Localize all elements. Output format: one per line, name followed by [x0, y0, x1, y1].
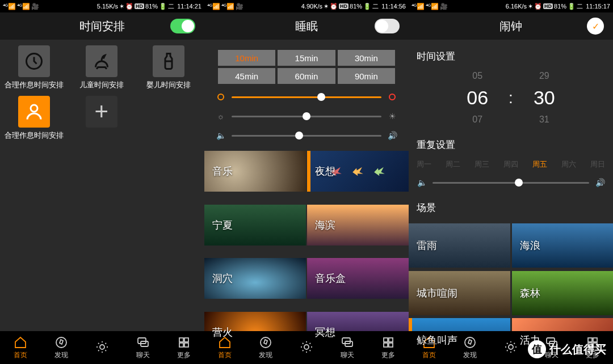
schedule-item-label: 合理作息时间安排: [3, 131, 65, 141]
nav-compass[interactable]: 发现: [463, 336, 477, 360]
alarm-volume-row: 🔈 🔊: [417, 175, 605, 190]
sound-tile[interactable]: 海滨: [307, 205, 409, 246]
brightness-slider[interactable]: [232, 116, 381, 117]
section-scene-title: 场景: [417, 201, 605, 214]
nav-label: 聊天: [341, 350, 354, 360]
brightness-low-icon: ☼: [216, 111, 226, 121]
picker-colon: :: [509, 89, 513, 107]
sound-tile[interactable]: 音乐: [204, 151, 306, 192]
plus-icon: +: [86, 96, 117, 128]
svg-rect-9: [184, 343, 188, 347]
svg-point-2: [56, 337, 66, 348]
alarm-volume-slider[interactable]: [433, 182, 589, 184]
page-title: 时间安排: [79, 19, 125, 34]
svg-point-1: [31, 105, 37, 112]
schedule-grid: 合理作息时间安排儿童时间安排婴儿时间安排合理作息时间安排+: [0, 40, 204, 146]
nav-label: 首页: [422, 350, 436, 360]
watermark-badge-icon: 值: [528, 340, 546, 358]
day-option[interactable]: 周五: [532, 159, 547, 170]
svg-rect-17: [389, 343, 393, 347]
duration-button[interactable]: 90min: [338, 68, 395, 84]
sleep-toggle[interactable]: [375, 19, 400, 33]
duration-grid: 10min15min30min45min60min90min: [218, 50, 395, 84]
nav-sun[interactable]: [300, 340, 313, 355]
svg-rect-16: [384, 343, 388, 347]
schedule-toggle[interactable]: [170, 19, 195, 33]
day-option[interactable]: 周六: [561, 159, 576, 170]
schedule-item[interactable]: 合理作息时间安排: [3, 96, 65, 141]
sound-tile[interactable]: 音乐盒: [307, 258, 409, 299]
day-option[interactable]: 周一: [417, 159, 431, 170]
clock-icon: [18, 45, 50, 77]
day-option[interactable]: 周二: [446, 159, 460, 170]
status-bar: ⁴ᴳ📶⁴ᴳ📶🎥 6.16K/s ✶⏰HD 81%🔋 二 11:15:17: [409, 0, 613, 12]
brightness-slider-row: ☼ ☀: [216, 109, 397, 124]
day-option[interactable]: 周三: [475, 159, 489, 170]
confirm-button[interactable]: ✓: [587, 18, 604, 35]
nav-sun[interactable]: [504, 340, 518, 355]
svg-rect-6: [179, 338, 183, 342]
sound-tile[interactable]: 洞穴: [204, 258, 306, 299]
watermark-text: 什么值得买: [549, 342, 606, 357]
color-end-icon: [387, 92, 397, 102]
schedule-item[interactable]: +: [71, 96, 132, 141]
sound-tile[interactable]: 城市喧闹: [409, 271, 510, 315]
duration-button[interactable]: 60min: [278, 68, 335, 84]
bottom-nav: 首页发现聊天更多: [204, 331, 409, 364]
color-start-icon: [216, 92, 226, 102]
sound-tile[interactable]: 雷雨: [409, 223, 510, 268]
nav-grid[interactable]: 更多: [381, 336, 395, 360]
nav-home[interactable]: 首页: [14, 336, 27, 360]
svg-rect-8: [179, 343, 183, 347]
sound-tile[interactable]: 森林: [512, 271, 614, 315]
svg-point-19: [509, 345, 513, 349]
time-picker[interactable]: 05 06 07 : 29 30 31: [417, 67, 605, 133]
nav-label: 发现: [54, 350, 68, 360]
person-icon: [18, 96, 50, 128]
nav-sun[interactable]: [95, 340, 109, 355]
sound-tile[interactable]: 宁夏: [204, 205, 306, 246]
tile-label: 海滨: [315, 218, 335, 232]
svg-point-18: [465, 337, 475, 348]
volume-low-icon: 🔈: [417, 177, 427, 188]
header: 闹钟 ✓: [409, 12, 613, 40]
nav-label: 更多: [177, 350, 191, 360]
color-slider-row: [216, 90, 397, 104]
tile-label: 冥想: [315, 325, 335, 339]
schedule-item[interactable]: 儿童时间安排: [71, 45, 132, 90]
svg-point-3: [100, 345, 104, 349]
day-option[interactable]: 周四: [503, 159, 518, 170]
volume-low-icon: 🔈: [216, 130, 226, 141]
volume-slider[interactable]: [232, 135, 381, 137]
day-option[interactable]: 周日: [590, 159, 605, 170]
horse-icon: [86, 45, 117, 77]
nav-home[interactable]: 首页: [218, 336, 232, 360]
tile-label: 鲸鱼叫声: [417, 333, 457, 347]
duration-button[interactable]: 30min: [338, 50, 395, 66]
nav-grid[interactable]: 更多: [177, 336, 191, 360]
schedule-item-label: 合理作息时间安排: [3, 81, 65, 90]
schedule-item[interactable]: 合理作息时间安排: [3, 45, 65, 90]
nav-compass[interactable]: 发现: [259, 336, 272, 360]
section-repeat-title: 重复设置: [417, 138, 605, 151]
tile-label: 音乐: [212, 164, 233, 178]
sound-tile[interactable]: 夜想: [307, 151, 409, 192]
tile-label: 森林: [520, 286, 540, 300]
nav-compass[interactable]: 发现: [54, 336, 68, 360]
svg-rect-4: [138, 338, 146, 344]
brightness-high-icon: ☀: [387, 111, 397, 121]
header: 时间安排: [0, 12, 204, 40]
svg-point-10: [261, 337, 271, 348]
schedule-item[interactable]: 婴儿时间安排: [138, 45, 199, 90]
sound-tile[interactable]: 海浪: [512, 223, 614, 268]
duration-button[interactable]: 15min: [278, 50, 335, 66]
nav-label: 聊天: [136, 350, 150, 360]
duration-button[interactable]: 10min: [218, 50, 275, 66]
nav-chat[interactable]: 聊天: [341, 336, 354, 360]
duration-button[interactable]: 45min: [218, 68, 275, 84]
nav-chat[interactable]: 聊天: [136, 336, 150, 360]
svg-rect-7: [184, 338, 188, 342]
tile-label: 夜想: [315, 164, 335, 178]
nav-label: 更多: [381, 350, 395, 360]
color-slider[interactable]: [232, 96, 381, 98]
